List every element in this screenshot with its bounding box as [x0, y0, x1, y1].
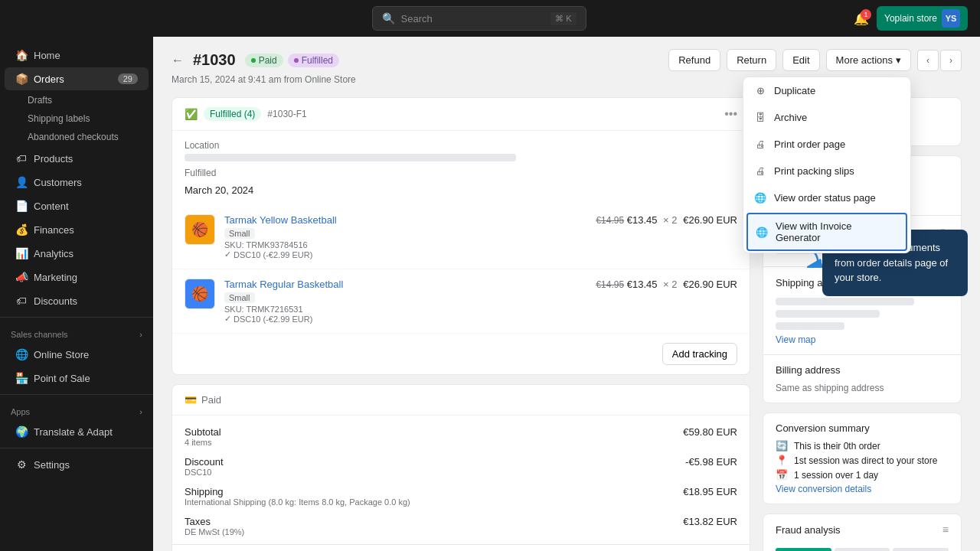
sidebar-sub-shipping[interactable]: Shipping labels [0, 109, 153, 128]
payment-header: 💳 Paid [172, 385, 750, 416]
next-order-button[interactable]: › [940, 50, 962, 71]
conversion-body: 🔄 This is their 0th order 📍 1st session … [763, 440, 961, 504]
notifications-button[interactable]: 🔔 1 [854, 11, 869, 26]
payment-icon: 💳 [185, 394, 197, 406]
product-discount-2: ✓ DSC10 (-€2.99 EUR) [224, 314, 586, 324]
user-store-name: Yoplain store [884, 13, 937, 24]
subtotal-amount: €59.80 EUR [683, 426, 737, 447]
fulfilled-card: ✅ Fulfilled (4) #1030-F1 ••• Location Fu… [172, 97, 750, 375]
sidebar-label-orders: Orders [34, 73, 64, 85]
product-item-2: 🏀 Tarmak Regular Basketball Small SKU: T… [172, 269, 750, 334]
dropdown-item-archive[interactable]: 🗄 Archive [743, 104, 910, 131]
dropdown-item-duplicate[interactable]: ⊕ Duplicate [743, 77, 910, 104]
price-current-1: €13.45 [627, 214, 658, 226]
add-tracking-button[interactable]: Add tracking [662, 343, 737, 365]
fulfilled-order-id: #1030-F1 [267, 109, 306, 119]
taxes-label: Taxes [185, 516, 244, 527]
topbar-right: 🔔 1 Yoplain store YS [854, 6, 968, 31]
analytics-icon: 📊 [15, 247, 28, 259]
more-actions-container: More actions ▾ ⊕ Duplicate 🗄 Archive [826, 49, 911, 71]
total-row: Total €86.59 EUR [172, 544, 750, 551]
sidebar-item-finances[interactable]: 💰 Finances [5, 218, 149, 241]
sidebar-sub-drafts[interactable]: Drafts [0, 91, 153, 109]
sidebar-item-settings[interactable]: ⚙ Settings [5, 453, 149, 476]
product-name-2[interactable]: Tarmak Regular Basketball [224, 279, 586, 290]
payment-title: Paid [201, 394, 221, 406]
fraud-menu-icon[interactable]: ≡ [942, 523, 949, 536]
conversion-title: Conversion summary [776, 422, 870, 434]
price-original-1: €14.95 [596, 215, 624, 226]
sales-channels-expand[interactable]: › [139, 330, 142, 339]
product-discount-1: ✓ DSC10 (-€2.99 EUR) [224, 249, 586, 259]
tracking-row: Add tracking [172, 334, 750, 374]
shipping-line1 [776, 298, 914, 305]
sidebar-item-pos[interactable]: 🏪 Point of Sale [5, 367, 149, 390]
back-button[interactable]: ← [172, 54, 184, 67]
conv-icon-2: 📍 [776, 455, 788, 466]
finances-icon: 💰 [15, 223, 28, 236]
dropdown-label-duplicate: Duplicate [774, 85, 815, 96]
dropdown-item-print-packing[interactable]: 🖨 Print packing slips [743, 158, 910, 184]
dropdown-label-view-status: View order status page [774, 192, 876, 204]
dropdown-item-view-invoice[interactable]: 🌐 View with Invoice Generator [746, 213, 907, 251]
sidebar-sub-abandoned[interactable]: Abandoned checkouts [0, 128, 153, 146]
order-title: #1030 [193, 51, 236, 69]
product-name-1[interactable]: Tarmak Yellow Basketball [224, 214, 586, 226]
sidebar-item-discounts[interactable]: 🏷 Discounts [5, 289, 149, 312]
sidebar-item-home[interactable]: 🏠 Home [5, 44, 149, 67]
sidebar-label-settings: Settings [34, 459, 70, 471]
shipping-body: View map [763, 298, 961, 354]
apps-expand[interactable]: › [139, 407, 142, 416]
sidebar-item-content[interactable]: 📄 Content [5, 194, 149, 217]
return-button[interactable]: Return [727, 49, 776, 71]
view-map-link[interactable]: View map [776, 334, 949, 345]
dropdown-label-print-order: Print order page [774, 139, 845, 150]
sidebar-label-translate: Translate & Adapt [34, 426, 113, 438]
shipping-amount: €18.95 EUR [683, 486, 737, 507]
search-bar[interactable]: 🔍 Search ⌘ K [372, 6, 586, 31]
payment-card: 💳 Paid Subtotal 4 items €59.80 EUR [172, 384, 750, 551]
dropdown-item-view-status[interactable]: 🌐 View order status page [743, 184, 910, 211]
billing-title: Billing address [776, 364, 841, 376]
conv-icon-3: 📅 [776, 469, 788, 481]
sidebar-item-customers[interactable]: 👤 Customers [5, 171, 149, 194]
subtotal-value: 4 items [185, 438, 221, 447]
more-actions-button[interactable]: More actions ▾ [826, 49, 911, 71]
sales-channels-label: Sales channels [11, 330, 68, 339]
user-menu-button[interactable]: Yoplain store YS [877, 6, 968, 31]
discount-amount: -€5.98 EUR [685, 456, 737, 477]
view-conversion-link[interactable]: View conversion details [776, 484, 949, 494]
apps-label: Apps [11, 407, 30, 416]
sidebar-item-orders[interactable]: 📦 Orders 29 [5, 67, 149, 90]
archive-icon: 🗄 [754, 112, 766, 123]
fraud-bar-high [893, 548, 949, 551]
product-info-1: Tarmak Yellow Basketball Small SKU: TRMK… [224, 214, 586, 259]
sidebar-item-online-store[interactable]: 🌐 Online Store [5, 343, 149, 366]
main-content: ← #1030 Paid Fulfilled Refund Return Edi… [153, 37, 980, 551]
fulfilled-more-icon[interactable]: ••• [724, 107, 737, 121]
page-actions: Refund Return Edit More actions ▾ ⊕ Dupl… [668, 49, 962, 71]
conv-text-3: 1 session over 1 day [794, 470, 878, 481]
price-current-2: €13.45 [627, 279, 658, 290]
taxes-amount: €13.82 EUR [683, 516, 737, 536]
conversion-item-3: 📅 1 session over 1 day [776, 469, 949, 481]
fraud-bar-low [776, 548, 831, 551]
refund-button[interactable]: Refund [668, 49, 720, 71]
sales-channels-section: Sales channels › [0, 322, 153, 342]
sidebar-label-discounts: Discounts [34, 295, 77, 307]
paid-badge: Paid [245, 54, 283, 67]
sidebar-label-products: Products [34, 153, 73, 165]
sidebar-item-products[interactable]: 🏷 Products [5, 147, 149, 170]
sidebar-item-translate[interactable]: 🌍 Translate & Adapt [5, 420, 149, 443]
conv-text-2: 1st session was direct to your store [794, 455, 937, 466]
sidebar-item-analytics[interactable]: 📊 Analytics [5, 242, 149, 265]
dropdown-item-print-order[interactable]: 🖨 Print order page [743, 131, 910, 158]
shipping-value: International Shipping (8.0 kg: Items 8.… [185, 497, 410, 507]
edit-button[interactable]: Edit [782, 49, 819, 71]
product-info-2: Tarmak Regular Basketball Small SKU: TRM… [224, 279, 586, 324]
fulfilled-card-header: ✅ Fulfilled (4) #1030-F1 ••• [172, 98, 750, 131]
payment-rows: Subtotal 4 items €59.80 EUR Discount DSC… [172, 416, 750, 551]
prev-order-button[interactable]: ‹ [917, 50, 939, 71]
sidebar-item-marketing[interactable]: 📣 Marketing [5, 266, 149, 289]
discount-label: Discount [185, 456, 224, 468]
